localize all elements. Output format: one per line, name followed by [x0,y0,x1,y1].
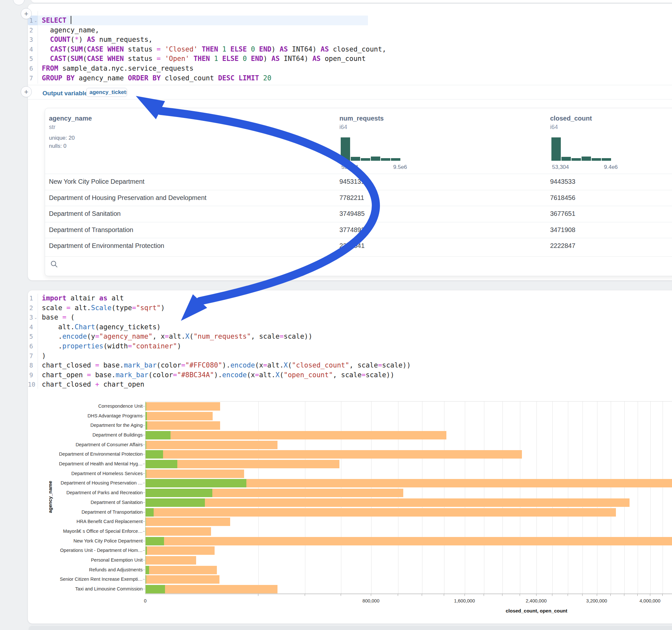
code-line[interactable]: scale = alt.Scale(type="sqrt") [42,303,165,313]
code-fold-chevron-icon[interactable]: ⌄ [34,19,38,23]
bar-closed-count [146,585,278,593]
y-axis-tick [143,589,145,589]
x-axis-title: closed_count, open_count [506,608,567,613]
bar-open-count [146,527,146,536]
gridline [502,402,503,594]
y-axis-tick [143,502,145,503]
x-axis-tick-label: 2,400,000 [517,598,556,603]
code-line[interactable]: chart_closed = base.mark_bar(color="#FFC… [42,360,411,370]
line-number: 4 [28,322,33,332]
add-cell-button-output[interactable]: + [21,86,32,97]
y-axis-label: Department of Health and Mental Hyg… [13,461,143,466]
y-axis-label: Operations Unit - Department of Hom… [13,548,143,553]
code-line[interactable]: SELECT [42,16,71,25]
bar-open-count [146,460,177,468]
column-header-num_requests[interactable]: num_requests [339,115,384,122]
code-line[interactable]: chart_open = base.mark_bar(color="#8BC34… [42,370,394,380]
line-number: 2 [28,25,33,35]
gridline [520,402,520,594]
line-number: 6 [28,341,33,351]
previous-cell-add-button[interactable] [13,0,25,5]
y-axis-tick [143,483,145,483]
line-number: 5 [28,54,33,64]
y-axis-tick [143,454,145,454]
y-axis-label: Department of Homeless Services [13,471,143,476]
y-axis-label: Correspondence Unit [13,404,143,409]
y-axis-label: Department of Transportation [13,509,143,515]
column-header-closed_count[interactable]: closed_count [550,115,592,122]
code-line[interactable]: agency_name, [42,25,99,35]
gridline [371,402,371,594]
y-axis-tick [143,416,145,416]
bar-open-count [146,441,146,449]
altair-bar-chart: Correspondence UnitDHS Advantage Program… [0,401,672,628]
y-axis-tick [143,464,145,464]
gridline [258,402,259,594]
y-axis-tick [143,425,145,426]
code-line[interactable]: CAST(SUM(CASE WHEN status = 'Closed' THE… [42,44,386,54]
x-axis-tick [502,594,502,596]
code-line[interactable]: chart_closed + chart_open [42,380,144,389]
search-icon[interactable] [50,260,58,268]
y-axis-label: Department of Housing Preservation … [13,480,143,485]
y-axis-label: Department of Buildings [13,432,143,437]
y-axis-label: DHS Advantage Programs [13,413,143,418]
bar-open-count [146,517,146,526]
text-cursor [71,16,71,24]
bar-open-count [146,421,147,430]
y-axis-tick [143,579,145,579]
gridline [305,402,305,594]
bar-closed-count [146,499,629,507]
bar-closed-count [146,527,211,536]
code-line[interactable]: alt.Chart(agency_tickets) [42,322,161,332]
line-number: 10 [28,380,33,389]
x-axis-tick [371,594,371,596]
code-fold-chevron-icon[interactable]: ⌄ [34,315,38,320]
code-line[interactable]: import altair as alt [42,293,124,303]
code-line[interactable]: base = ( [42,312,75,322]
bar-closed-count [146,537,672,546]
histogram-max-label: 9.5e6 [393,164,407,170]
bar-closed-count [146,547,215,555]
bar-closed-count [146,566,217,574]
y-axis-tick [143,492,145,493]
bar-open-count [146,537,164,546]
code-line[interactable]: .encode(y="agency_name", x=alt.X("num_re… [42,332,312,341]
code-line[interactable]: GROUP BY agency_name ORDER BY closed_cou… [42,73,271,83]
code-line[interactable]: CAST(SUM(CASE WHEN status = 'Open' THEN … [42,54,366,64]
y-axis-tick [143,474,145,474]
bar-open-count [146,412,147,420]
code-line[interactable]: COUNT(*) AS num_requests, [42,35,152,44]
bar-open-count [146,566,149,574]
y-axis-tick [143,570,145,570]
y-axis-tick [143,435,145,435]
output-variable-label: Output variable: [43,90,90,97]
line-number: 3 [28,312,33,322]
x-axis-tick [662,594,663,596]
column-histogram [341,138,400,161]
y-axis-label: Senior Citizen Rent Increase Exempti… [13,577,143,582]
code-line[interactable]: FROM sample_data.nyc.service_requests [42,64,194,73]
gridline [638,402,638,594]
output-variable-badge[interactable]: agency_tickets [86,88,127,97]
gridline [465,402,465,594]
code-line[interactable]: .properties(width="container") [42,341,181,351]
column-header-agency_name[interactable]: agency_name [49,115,92,122]
x-axis-tick [258,594,258,596]
line-number: 7 [28,73,33,83]
bar-open-count [146,547,147,555]
chart-plot-area [145,401,672,594]
code-line[interactable]: ) [42,351,46,361]
x-axis-tick [444,594,444,596]
bar-closed-count [146,431,447,439]
bar-closed-count [146,421,220,430]
y-axis-tick [143,512,145,512]
x-axis-tick [582,594,582,596]
bar-open-count [146,431,170,439]
add-cell-button-top[interactable]: + [21,8,32,19]
column-dtype: i64 [550,124,558,130]
y-axis-tick [143,550,145,551]
gridline [536,402,537,594]
gridline [611,402,611,594]
bar-closed-count [146,402,220,411]
